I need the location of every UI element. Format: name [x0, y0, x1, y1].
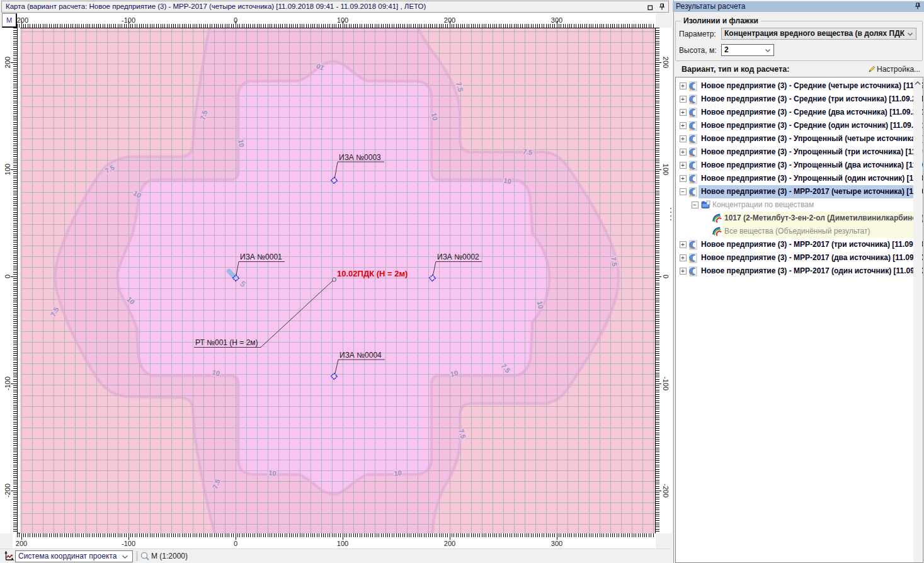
svg-text:200: 200	[444, 16, 455, 24]
svg-text:100: 100	[662, 164, 670, 175]
svg-text:200: 200	[662, 57, 670, 68]
svg-text:ИЗА №0004: ИЗА №0004	[339, 351, 382, 360]
svg-text:300: 300	[551, 16, 562, 24]
svg-text:10: 10	[237, 139, 246, 148]
svg-text:-100: -100	[122, 16, 135, 24]
svg-text:100: 100	[337, 540, 348, 547]
svg-text:-100: -100	[662, 377, 670, 390]
svg-text:100: 100	[337, 16, 348, 24]
svg-text:-200: -200	[662, 484, 670, 498]
svg-text:10: 10	[394, 469, 402, 477]
svg-text:-100: -100	[4, 377, 11, 390]
svg-text:0: 0	[234, 16, 237, 24]
svg-text:10: 10	[536, 300, 545, 309]
svg-text:10: 10	[503, 176, 512, 185]
svg-text:200: 200	[16, 540, 27, 547]
svg-text:10.02ПДК (Н = 2м): 10.02ПДК (Н = 2м)	[337, 269, 408, 278]
svg-text:0: 0	[234, 540, 237, 547]
svg-text:200: 200	[4, 57, 11, 68]
svg-text:10: 10	[430, 112, 439, 121]
svg-text:РТ №001 (Н = 2м): РТ №001 (Н = 2м)	[195, 338, 258, 347]
svg-text:7.5: 7.5	[522, 147, 533, 156]
svg-text:ИЗА №0001: ИЗА №0001	[240, 253, 282, 261]
svg-text:300: 300	[551, 540, 562, 547]
svg-text:200: 200	[444, 540, 455, 547]
svg-text:-200: -200	[4, 484, 11, 498]
svg-text:100: 100	[4, 164, 11, 175]
svg-text:-100: -100	[122, 540, 135, 547]
svg-text:ИЗА №0003: ИЗА №0003	[339, 153, 381, 162]
svg-text:0: 0	[4, 275, 11, 278]
svg-text:10: 10	[268, 469, 277, 477]
svg-text:0: 0	[662, 275, 670, 278]
svg-text:ИЗА №0002: ИЗА №0002	[437, 253, 479, 261]
